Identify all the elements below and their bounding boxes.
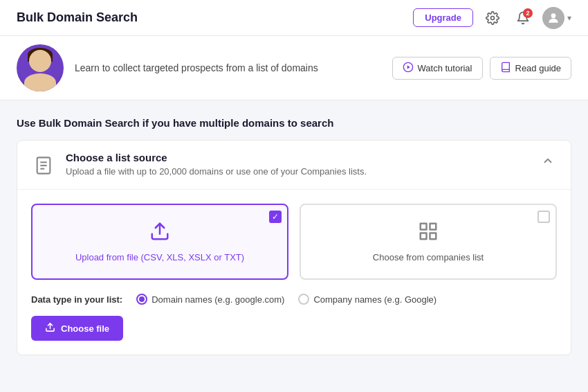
upload-options: ✓ Upload from file (CSV, XLS, XSLX or TX… (31, 204, 557, 280)
radio-company-option[interactable]: Company names (e.g. Google) (298, 294, 437, 305)
banner-avatar (17, 44, 64, 91)
card-body: ✓ Upload from file (CSV, XLS, XSLX or TX… (17, 190, 571, 355)
read-guide-label: Read guide (515, 63, 562, 73)
upload-file-checkbox: ✓ (269, 211, 282, 223)
svg-rect-9 (421, 224, 427, 230)
choose-file-label: Choose file (61, 323, 109, 334)
notification-button[interactable]: 2 (512, 7, 534, 29)
upgrade-button[interactable]: Upgrade (413, 8, 473, 27)
svg-rect-10 (430, 224, 437, 230)
card-header: Choose a list source Upload a file with … (17, 141, 571, 190)
companies-list-checkbox (538, 211, 550, 223)
svg-rect-12 (430, 233, 437, 240)
banner-description: Learn to collect targeted prospects from… (75, 62, 381, 73)
list-icon (31, 153, 56, 178)
watch-tutorial-button[interactable]: Watch tutorial (392, 57, 483, 80)
banner-buttons: Watch tutorial Read guide (392, 57, 572, 80)
main-content: Use Bulk Domain Search if you have multi… (0, 100, 588, 372)
play-icon (403, 62, 414, 75)
choose-file-button[interactable]: Choose file (31, 316, 123, 341)
svg-rect-11 (421, 233, 427, 240)
upload-icon (149, 221, 170, 247)
person-head (29, 50, 51, 72)
data-type-label: Data type in your list: (31, 294, 122, 305)
radio-group: Domain names (e.g. google.com) Company n… (136, 294, 437, 305)
watch-tutorial-label: Watch tutorial (418, 63, 472, 73)
upload-from-file-option[interactable]: ✓ Upload from file (CSV, XLS, XSLX or TX… (31, 204, 288, 280)
companies-icon (418, 221, 439, 247)
radio-company-circle (298, 294, 309, 305)
page-title: Bulk Domain Search (17, 10, 138, 25)
book-icon (500, 62, 511, 75)
file-upload-icon (45, 322, 55, 335)
avatar (542, 7, 564, 29)
header-actions: Upgrade 2 ▾ (413, 7, 571, 29)
card-description: Upload a file with up to 20,000 domains … (66, 166, 367, 177)
card-title: Choose a list source (66, 152, 367, 163)
read-guide-button[interactable]: Read guide (490, 57, 572, 80)
data-type-row: Data type in your list: Domain names (e.… (31, 294, 557, 305)
svg-marker-3 (407, 65, 410, 69)
companies-list-option[interactable]: Choose from companies list (300, 204, 557, 280)
header: Bulk Domain Search Upgrade 2 (0, 0, 588, 36)
card-header-left: Choose a list source Upload a file with … (31, 152, 367, 178)
list-source-card: Choose a list source Upload a file with … (17, 140, 571, 355)
upload-file-label: Upload from file (CSV, XLS, XSLX or TXT) (75, 252, 244, 262)
radio-domain-circle (136, 294, 147, 305)
card-header-text: Choose a list source Upload a file with … (66, 152, 367, 177)
section-title: Use Bulk Domain Search if you have multi… (17, 117, 571, 129)
settings-button[interactable] (481, 7, 504, 29)
companies-list-label: Choose from companies list (373, 252, 484, 262)
collapse-button[interactable] (539, 152, 557, 173)
user-icon (546, 11, 560, 25)
info-banner: Learn to collect targeted prospects from… (0, 36, 588, 100)
notification-badge: 2 (523, 8, 533, 18)
gear-icon (486, 11, 499, 25)
radio-domain-label: Domain names (e.g. google.com) (151, 294, 284, 305)
svg-point-1 (551, 13, 556, 18)
radio-company-label: Company names (e.g. Google) (313, 294, 437, 305)
avatar-dropdown[interactable]: ▾ (542, 7, 571, 29)
chevron-up-icon (542, 154, 554, 167)
radio-domain-option[interactable]: Domain names (e.g. google.com) (136, 294, 284, 305)
chevron-down-icon: ▾ (567, 13, 571, 23)
person-body (24, 73, 56, 91)
svg-point-0 (491, 16, 495, 19)
